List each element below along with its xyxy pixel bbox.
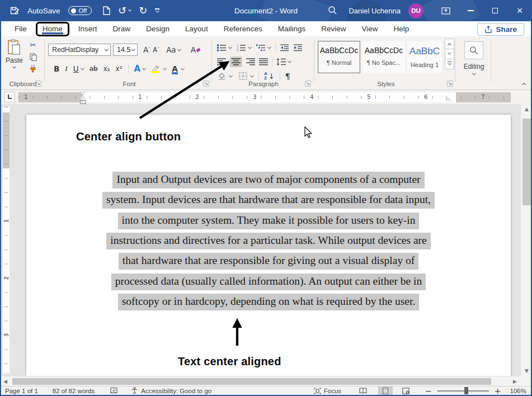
align-center-button[interactable] <box>230 56 242 67</box>
strikethrough-button[interactable]: ab <box>90 65 98 73</box>
tab-insert[interactable]: Insert <box>70 22 105 36</box>
tab-home[interactable]: Home <box>36 22 69 36</box>
minimize-button[interactable] <box>458 0 483 21</box>
new-document-icon[interactable] <box>103 6 110 15</box>
tab-help[interactable]: Help <box>386 22 417 36</box>
user-name[interactable]: Daniel Uchenna <box>349 7 401 15</box>
ribbon-display-options-button[interactable] <box>434 0 458 21</box>
right-indent-marker[interactable] <box>445 97 451 101</box>
highlight-color-button[interactable] <box>151 65 159 72</box>
decrease-indent-button[interactable] <box>280 44 289 51</box>
horizontal-scrollbar[interactable]: ◀ ▶ <box>0 376 520 386</box>
close-button[interactable]: × <box>507 0 532 21</box>
styles-more-button[interactable] <box>445 59 454 69</box>
document-page[interactable]: Center align button Input and Output dev… <box>26 115 511 376</box>
scroll-up-icon[interactable]: ▲ <box>525 106 529 112</box>
bullets-button[interactable] <box>217 44 226 51</box>
highlight-dropdown-icon[interactable] <box>163 66 167 70</box>
underline-dropdown-icon[interactable] <box>81 66 84 70</box>
scroll-down-icon[interactable]: ▼ <box>525 368 529 374</box>
selected-paragraph[interactable]: Input and Output devices are two of majo… <box>26 170 511 312</box>
undo-button[interactable]: ↺ <box>118 6 131 16</box>
horizontal-scrollbar-thumb[interactable] <box>12 378 491 385</box>
vertical-scrollbar-thumb[interactable] <box>522 119 531 205</box>
scroll-left-icon[interactable]: ◀ <box>3 379 7 384</box>
align-right-button[interactable] <box>246 58 255 65</box>
style-no-spacing[interactable]: AaBbCcDc ¶ No Spac... <box>362 41 405 73</box>
sort-button[interactable]: AZ ↓ <box>264 72 275 81</box>
paste-button[interactable]: Paste <box>6 39 23 69</box>
scroll-right-icon[interactable]: ▶ <box>513 379 517 384</box>
italic-button[interactable]: I <box>65 64 68 73</box>
proofing-status[interactable] <box>110 387 117 394</box>
focus-mode-button[interactable]: Focus <box>314 388 341 394</box>
tab-selector-button[interactable] <box>4 92 15 102</box>
styles-dialog-launcher[interactable]: ↘ <box>447 81 453 87</box>
shading-button[interactable] <box>217 72 226 80</box>
shading-dropdown-icon[interactable] <box>229 73 233 77</box>
line-spacing-dropdown-icon[interactable] <box>288 59 291 63</box>
multilevel-dropdown-icon[interactable] <box>267 45 271 49</box>
zoom-slider[interactable] <box>437 390 489 392</box>
text-line[interactable]: Input and Output devices are two of majo… <box>26 170 511 190</box>
tab-file[interactable]: File <box>7 22 35 36</box>
vertical-scrollbar[interactable]: ▲ ▼ <box>520 104 532 376</box>
horizontal-ruler[interactable]: 1 1 2 3 4 5 6 7 <box>18 92 511 102</box>
text-line[interactable]: processed data (usually called informati… <box>26 271 511 291</box>
vertical-ruler[interactable]: 1 2 3 <box>3 107 10 373</box>
hanging-indent-marker[interactable] <box>79 96 86 100</box>
web-layout-button[interactable] <box>398 386 413 395</box>
share-button[interactable]: Share <box>477 23 524 36</box>
save-icon[interactable] <box>10 6 20 15</box>
change-case-button[interactable]: Aa <box>166 44 181 56</box>
zoom-level[interactable]: 106% <box>510 388 526 394</box>
accessibility-status[interactable]: Accessibility: Good to go <box>131 387 211 394</box>
collapse-ribbon-button[interactable] <box>522 83 526 87</box>
tab-design[interactable]: Design <box>138 22 177 36</box>
tab-mailings[interactable]: Mailings <box>270 22 314 36</box>
subscript-button[interactable]: x₂ <box>103 65 110 73</box>
word-count[interactable]: 82 of 82 words <box>53 388 95 394</box>
search-button[interactable] <box>328 6 337 15</box>
text-effects-dropdown-icon[interactable] <box>142 66 146 70</box>
grow-font-button[interactable]: Aˆ <box>143 44 150 56</box>
print-layout-button[interactable] <box>378 386 393 395</box>
text-effects-button[interactable]: A <box>134 64 141 74</box>
shrink-font-button[interactable]: Aˇ <box>153 44 159 56</box>
text-line[interactable]: instructions and directives for a partic… <box>26 231 511 251</box>
justify-button[interactable] <box>259 58 268 65</box>
multilevel-list-button[interactable] <box>256 44 265 51</box>
numbering-dropdown-icon[interactable] <box>248 45 252 49</box>
clipboard-dialog-launcher[interactable]: ↘ <box>35 81 41 87</box>
line-spacing-button[interactable] <box>276 58 286 65</box>
styles-scroll-up-button[interactable] <box>445 39 454 49</box>
zoom-slider-handle[interactable] <box>464 387 468 394</box>
first-line-indent-marker[interactable] <box>79 91 86 95</box>
font-dialog-launcher[interactable]: ↘ <box>203 81 209 87</box>
align-left-button[interactable] <box>217 58 226 65</box>
text-line[interactable]: into the computer system. They make it p… <box>26 211 511 231</box>
increase-indent-button[interactable] <box>294 44 302 51</box>
tab-review[interactable]: Review <box>313 22 354 36</box>
styles-scroll-down-button[interactable] <box>445 49 454 59</box>
style-heading-1[interactable]: AaBbC Heading 1 <box>407 41 442 73</box>
redo-button[interactable]: ↻ <box>139 6 147 16</box>
editing-button[interactable] <box>464 41 483 59</box>
borders-dropdown-icon[interactable] <box>250 73 254 77</box>
tab-view[interactable]: View <box>354 22 385 36</box>
customize-quick-access-button[interactable] <box>155 8 159 13</box>
text-line[interactable]: system. Input devices are that hardware … <box>26 190 511 210</box>
tab-draw[interactable]: Draw <box>105 22 139 36</box>
maximize-button[interactable] <box>483 0 507 21</box>
read-mode-button[interactable] <box>356 386 370 395</box>
style-normal[interactable]: AaBbCcDc ¶ Normal <box>318 41 360 73</box>
bold-button[interactable]: B <box>54 64 59 73</box>
font-color-button[interactable]: A <box>172 64 177 73</box>
zoom-out-button[interactable]: − <box>425 386 432 395</box>
superscript-button[interactable]: x² <box>116 65 123 73</box>
clear-formatting-button[interactable]: A <box>191 44 200 56</box>
show-hide-formatting-button[interactable]: ¶ <box>285 72 290 81</box>
paragraph-dialog-launcher[interactable]: ↘ <box>305 81 311 87</box>
tab-references[interactable]: References <box>216 22 270 36</box>
bullets-dropdown-icon[interactable] <box>228 45 232 49</box>
